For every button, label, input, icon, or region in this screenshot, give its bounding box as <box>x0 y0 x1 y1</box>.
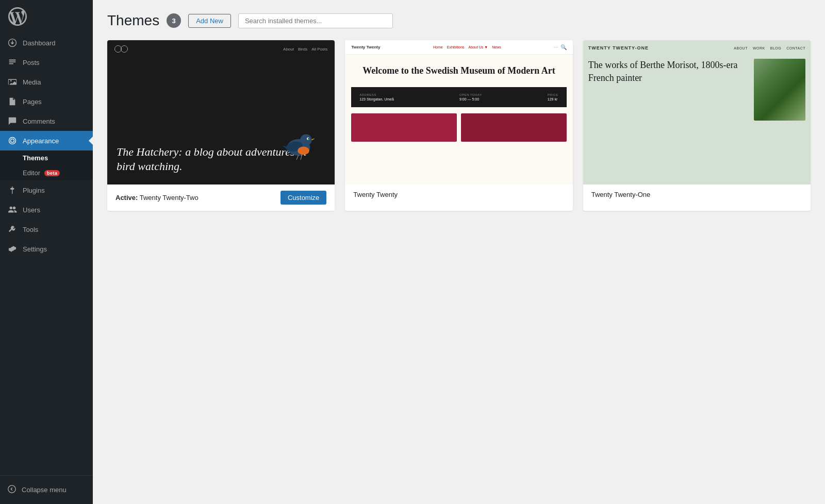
submenu-item-themes[interactable]: Themes <box>0 150 93 165</box>
theme-footer-tt1: Twenty Twenty-One <box>583 184 811 205</box>
submenu-editor-label: Editor <box>23 169 40 177</box>
svg-marker-5 <box>312 138 315 140</box>
comments-icon <box>7 116 18 126</box>
sidebar-item-comments-label: Comments <box>23 117 55 125</box>
theme-name-tt2: Active: Twenty Twenty-Two <box>116 194 199 201</box>
posts-icon <box>7 57 18 68</box>
sidebar-item-dashboard-label: Dashboard <box>23 39 56 47</box>
tt-color-blocks <box>345 107 572 146</box>
sidebar: Dashboard Posts Media Pages Comments <box>0 0 93 504</box>
svg-point-0 <box>8 485 15 493</box>
svg-point-4 <box>308 138 309 139</box>
theme-name-tt1: Twenty Twenty-One <box>591 191 651 198</box>
sidebar-item-plugins-label: Plugins <box>23 187 45 194</box>
sidebar-item-tools-label: Tools <box>23 226 38 233</box>
tt2-bird-illustration <box>273 123 324 164</box>
appearance-icon <box>7 136 18 146</box>
pages-icon <box>7 96 18 107</box>
theme-card-tt[interactable]: Twenty Twenty Home Exhibitions About Us … <box>345 40 572 211</box>
wp-logo <box>0 0 93 33</box>
wordpress-logo-icon <box>8 7 27 26</box>
sidebar-navigation: Dashboard Posts Media Pages Comments <box>0 33 93 475</box>
collapse-menu-label: Collapse menu <box>22 486 67 494</box>
search-input[interactable] <box>238 13 393 28</box>
page-title: Themes <box>107 12 159 29</box>
sidebar-item-pages[interactable]: Pages <box>0 92 93 111</box>
collapse-menu-button[interactable]: Collapse menu <box>0 480 93 500</box>
sidebar-item-users-label: Users <box>23 206 40 214</box>
plugins-icon <box>7 185 18 195</box>
sidebar-item-posts-label: Posts <box>23 59 40 66</box>
sidebar-item-pages-label: Pages <box>23 98 42 106</box>
sidebar-item-media-label: Media <box>23 78 41 86</box>
themes-grid: About Birds All Posts The Hatchery: a bl… <box>107 40 811 211</box>
page-header: Themes 3 Add New <box>107 12 811 29</box>
svg-line-11 <box>301 155 302 160</box>
sidebar-item-dashboard[interactable]: Dashboard <box>0 33 93 53</box>
sidebar-item-comments[interactable]: Comments <box>0 111 93 131</box>
theme-footer-tt: Twenty Twenty <box>345 184 572 205</box>
main-content: Themes 3 Add New About <box>93 0 825 504</box>
editor-beta-badge: beta <box>44 170 60 176</box>
users-icon <box>7 205 18 215</box>
sidebar-item-appearance-label: Appearance <box>23 137 59 145</box>
add-new-button[interactable]: Add New <box>188 14 231 28</box>
theme-preview-tt2: About Birds All Posts The Hatchery: a bl… <box>107 40 335 184</box>
sidebar-item-tools[interactable]: Tools <box>0 220 93 239</box>
content-area: Themes 3 Add New About <box>93 0 825 504</box>
themes-count-badge: 3 <box>167 13 181 28</box>
sidebar-item-media[interactable]: Media <box>0 72 93 92</box>
media-icon <box>7 77 18 87</box>
dashboard-icon <box>7 38 18 48</box>
sidebar-item-settings[interactable]: Settings <box>0 239 93 259</box>
sidebar-item-settings-label: Settings <box>23 245 47 253</box>
settings-icon <box>7 244 18 254</box>
tools-icon <box>7 224 18 234</box>
svg-point-7 <box>298 146 309 155</box>
theme-card-tt1[interactable]: TWENTY TWENTY-ONE ABOUT WORK BLOG CONTAC… <box>583 40 811 211</box>
theme-name-tt: Twenty Twenty <box>353 191 398 198</box>
tt1-painting-image <box>754 59 805 121</box>
tt-info-bar: ADDRESS 123 Storgatan, Umeå OPEN TODAY 9… <box>351 87 566 107</box>
sidebar-item-posts[interactable]: Posts <box>0 53 93 72</box>
appearance-submenu: Themes Editor beta <box>0 150 93 180</box>
theme-footer-tt2: Active: Twenty Twenty-Two Customize <box>107 184 335 211</box>
collapse-icon <box>7 484 16 495</box>
tt-hero-title: Welcome to the Swedish Museum of Modern … <box>353 65 564 77</box>
customize-button[interactable]: Customize <box>280 191 326 205</box>
sidebar-item-users[interactable]: Users <box>0 200 93 220</box>
submenu-themes-label: Themes <box>23 154 48 162</box>
tt1-headline: The works of Berthe Morisot, 1800s-era F… <box>588 59 748 85</box>
theme-preview-tt: Twenty Twenty Home Exhibitions About Us … <box>345 40 572 184</box>
theme-preview-tt1: TWENTY TWENTY-ONE ABOUT WORK BLOG CONTAC… <box>583 40 811 184</box>
sidebar-item-appearance[interactable]: Appearance <box>0 131 93 150</box>
theme-card-tt2[interactable]: About Birds All Posts The Hatchery: a bl… <box>107 40 335 211</box>
sidebar-bottom: Collapse menu <box>0 475 93 504</box>
svg-marker-9 <box>282 150 289 152</box>
sidebar-item-plugins[interactable]: Plugins <box>0 180 93 200</box>
submenu-item-editor[interactable]: Editor beta <box>0 165 93 180</box>
